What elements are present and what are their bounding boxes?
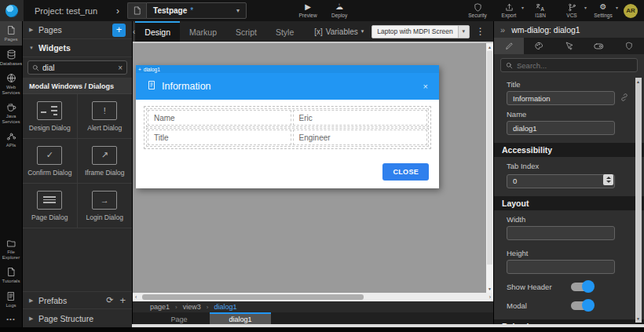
tab-styles[interactable] [524,38,554,54]
rail-item-file-explorer[interactable]: File Explorer [0,235,22,263]
app-logo[interactable] [0,0,24,21]
user-avatar[interactable]: AR [624,4,638,18]
scroll-up-icon[interactable]: ▲ [488,45,492,49]
properties-scrollbar[interactable]: ▲ ▼ [635,78,642,323]
breadcrumb-page1[interactable]: page1 [150,303,170,311]
widget-design-dialog[interactable]: Design Dialog [23,94,78,139]
modal-toggle[interactable] [571,301,593,310]
scroll-left-icon[interactable]: ‹ [135,294,137,300]
page-selector-value: Testpage [153,6,187,15]
widget-alert-dialog[interactable]: ! Alert Dialog [78,94,133,139]
tab-security[interactable] [614,38,644,54]
dialog-header[interactable]: Information × [136,73,439,100]
bind-link-icon[interactable] [620,91,629,105]
clear-search-icon[interactable]: × [118,64,123,72]
rail-item-apis[interactable]: APIs [0,127,22,151]
add-page-button[interactable]: + [112,24,126,37]
tab-display[interactable] [584,38,614,54]
grid-cell-label[interactable]: Name [148,110,291,126]
bottom-tab-page[interactable]: Page [148,312,210,324]
widget-search-input[interactable] [42,64,115,72]
tab-script[interactable]: Script [226,21,266,42]
tab-design[interactable]: Design [135,21,180,42]
pages-accordion-header[interactable]: ▶ Pages + [23,21,132,39]
rail-item-web-services[interactable]: Web Services [0,69,22,98]
variables-button[interactable]: [x] Variables ▾ [314,27,364,36]
breadcrumb-view3[interactable]: view3 [183,303,201,311]
dialog-close-button[interactable]: CLOSE [382,163,429,181]
breadcrumb-dialog1[interactable]: dialog1 [214,303,236,311]
tab-markup[interactable]: Markup [180,21,226,42]
grid-row[interactable]: Title Engineer [146,128,429,147]
width-field-input[interactable] [507,226,615,240]
scrollbar-thumb[interactable] [142,294,364,300]
rail-item-tutorials[interactable]: Tutorials [0,263,22,287]
scroll-right-icon[interactable]: › [489,294,491,300]
property-search-input[interactable] [517,61,632,70]
rail-item-databases[interactable]: Databases [0,46,22,70]
scroll-down-icon[interactable]: ▼ [636,316,640,321]
unsaved-marker: * [190,6,193,15]
tab-properties[interactable] [494,38,524,54]
page-file-icon [127,2,146,19]
more-options-kebab-icon[interactable]: ⋮ [476,26,485,37]
i18n-button[interactable]: A I18N [525,0,556,21]
scroll-down-icon[interactable]: ▼ [488,286,492,291]
gear-icon: ⚙ [600,3,607,12]
bottom-tab-dialog1[interactable]: dialog1 [210,312,271,324]
widget-confirm-dialog[interactable]: ✓ Confirm Dialog [23,139,78,184]
grid-row[interactable]: Name Eric [146,108,429,127]
widget-page-dialog[interactable]: Page Dialog [23,184,78,228]
grid-cell-value[interactable]: Engineer [293,130,427,145]
number-stepper[interactable] [603,174,613,185]
dialog-close-icon[interactable]: × [423,82,428,91]
login-dialog-icon: → [92,191,117,210]
canvas-vertical-scrollbar[interactable]: ▲ ▼ [486,43,493,293]
widget-iframe-dialog[interactable]: ↗ Iframe Dialog [78,139,133,184]
top-bar: Project: test_run › Testpage * ▾ ▶ Previ… [0,0,644,21]
export-button[interactable]: ▾ Export [493,0,525,21]
section-layout[interactable]: Layout [494,196,644,210]
grid-cell-value[interactable]: Eric [293,110,427,126]
page-selector-dropdown[interactable]: Testpage * ▾ [146,2,247,19]
vcs-button[interactable]: ▾ VCS [556,0,587,21]
design-canvas[interactable]: + dialog1 Information × Name Eric [133,42,493,293]
scroll-up-icon[interactable]: ▲ [636,79,640,84]
rail-item-java-services[interactable]: Java Services [0,98,22,127]
layout-grid[interactable]: Name Eric Title Engineer [144,106,431,149]
dialog-widget[interactable]: + dialog1 Information × Name Eric [136,65,439,188]
widgets-accordion-header[interactable]: ▼ Widgets [23,39,132,57]
tab-events[interactable] [554,38,584,54]
deploy-button[interactable]: ☁ ↑ Deploy [324,0,355,21]
search-icon [32,60,39,75]
settings-button[interactable]: ⚙ ▾ Settings [587,0,619,21]
triangle-right-icon: ▶ [29,27,38,33]
add-prefab-icon[interactable]: + [119,294,126,306]
security-button[interactable]: Security [462,0,493,21]
tab-index-input[interactable] [507,174,615,188]
preview-button[interactable]: ▶ Preview [292,0,324,21]
grid-cell-label[interactable]: Title [148,130,291,145]
canvas-horizontal-scrollbar[interactable]: ‹ › [133,293,493,301]
rail-item-logs[interactable]: Logs [0,287,22,312]
name-field-input[interactable] [507,121,615,135]
breadcrumb-separator: › [175,304,177,311]
section-accessibility[interactable]: Accessibility [494,143,644,157]
rail-item-pages[interactable]: Pages [0,21,22,46]
show-header-toggle[interactable] [571,283,593,291]
title-field-input[interactable] [507,91,615,105]
refresh-icon[interactable]: ⟳ [106,295,113,305]
collapse-right-panel-button[interactable]: » [500,25,505,35]
prefabs-accordion-header[interactable]: ▶ Prefabs ⟳ + [23,291,132,309]
project-chevron-icon: › [116,5,119,16]
toggle-knob [582,280,595,293]
scrollbar-thumb[interactable] [487,51,492,265]
tab-style[interactable]: Style [266,21,303,42]
device-selector[interactable]: Laptop with MDPI Screen ▾ [371,25,469,38]
properties-panel: » wm-dialog: dialog1 [493,21,644,324]
widget-login-dialog[interactable]: → Login Dialog [78,184,133,228]
dialog-selection-tag[interactable]: + dialog1 [136,65,439,73]
page-structure-accordion-header[interactable]: ▶ Page Structure [23,309,132,327]
height-field-input[interactable] [507,260,615,274]
rail-overflow-button[interactable]: ••• [0,311,22,327]
